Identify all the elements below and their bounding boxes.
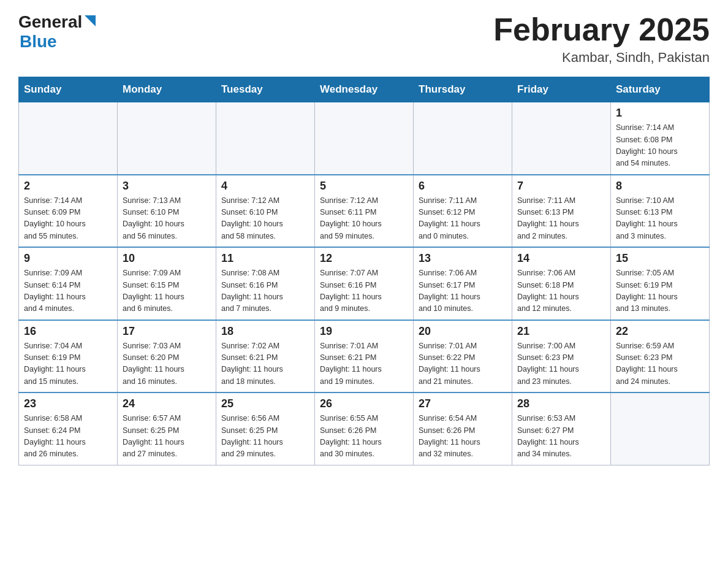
header-wednesday: Wednesday (315, 77, 414, 102)
calendar-day-cell (216, 102, 315, 175)
calendar-day-cell: 1Sunrise: 7:14 AMSunset: 6:08 PMDaylight… (611, 102, 710, 175)
calendar-day-cell: 24Sunrise: 6:57 AMSunset: 6:25 PMDayligh… (118, 393, 216, 465)
day-number: 21 (517, 325, 605, 338)
calendar-day-cell: 8Sunrise: 7:10 AMSunset: 6:13 PMDaylight… (611, 175, 710, 248)
day-info: Sunrise: 7:12 AMSunset: 6:10 PMDaylight:… (221, 195, 309, 243)
day-info: Sunrise: 7:00 AMSunset: 6:23 PMDaylight:… (517, 340, 605, 388)
day-number: 13 (419, 252, 507, 265)
day-number: 1 (616, 107, 704, 120)
day-info: Sunrise: 7:02 AMSunset: 6:21 PMDaylight:… (221, 340, 309, 388)
calendar-day-cell: 22Sunrise: 6:59 AMSunset: 6:23 PMDayligh… (611, 320, 710, 393)
day-info: Sunrise: 7:01 AMSunset: 6:21 PMDaylight:… (320, 340, 408, 388)
day-info: Sunrise: 6:54 AMSunset: 6:26 PMDaylight:… (419, 413, 507, 461)
day-info: Sunrise: 6:59 AMSunset: 6:23 PMDaylight:… (616, 340, 704, 388)
day-number: 10 (123, 252, 211, 265)
header-sunday: Sunday (19, 77, 118, 102)
day-number: 11 (221, 252, 309, 265)
day-number: 4 (221, 180, 309, 193)
calendar-day-cell: 17Sunrise: 7:03 AMSunset: 6:20 PMDayligh… (118, 320, 216, 393)
day-info: Sunrise: 7:13 AMSunset: 6:10 PMDaylight:… (123, 195, 211, 243)
calendar-week-row: 23Sunrise: 6:58 AMSunset: 6:24 PMDayligh… (19, 393, 710, 465)
calendar-day-cell: 16Sunrise: 7:04 AMSunset: 6:19 PMDayligh… (19, 320, 118, 393)
logo-triangle-icon (83, 14, 97, 28)
calendar-day-cell (611, 393, 710, 465)
calendar-day-cell: 4Sunrise: 7:12 AMSunset: 6:10 PMDaylight… (216, 175, 315, 248)
calendar-day-cell: 7Sunrise: 7:11 AMSunset: 6:13 PMDaylight… (512, 175, 611, 248)
day-number: 17 (123, 325, 211, 338)
calendar-table: Sunday Monday Tuesday Wednesday Thursday… (18, 77, 710, 465)
calendar-day-cell: 21Sunrise: 7:00 AMSunset: 6:23 PMDayligh… (512, 320, 611, 393)
calendar-day-cell: 12Sunrise: 7:07 AMSunset: 6:16 PMDayligh… (315, 247, 414, 320)
day-info: Sunrise: 7:06 AMSunset: 6:17 PMDaylight:… (419, 267, 507, 315)
calendar-header-row: Sunday Monday Tuesday Wednesday Thursday… (19, 77, 710, 102)
logo-text-blue: Blue (20, 32, 57, 51)
calendar-day-cell: 6Sunrise: 7:11 AMSunset: 6:12 PMDaylight… (414, 175, 512, 248)
day-info: Sunrise: 7:11 AMSunset: 6:12 PMDaylight:… (419, 195, 507, 243)
svg-marker-0 (85, 15, 96, 26)
calendar-day-cell: 15Sunrise: 7:05 AMSunset: 6:19 PMDayligh… (611, 247, 710, 320)
calendar-day-cell: 14Sunrise: 7:06 AMSunset: 6:18 PMDayligh… (512, 247, 611, 320)
title-block: February 2025 Kambar, Sindh, Pakistan (493, 12, 710, 66)
day-number: 6 (419, 180, 507, 193)
day-info: Sunrise: 7:14 AMSunset: 6:08 PMDaylight:… (616, 122, 704, 170)
calendar-day-cell: 28Sunrise: 6:53 AMSunset: 6:27 PMDayligh… (512, 393, 611, 465)
header-tuesday: Tuesday (216, 77, 315, 102)
calendar-day-cell (414, 102, 512, 175)
calendar-week-row: 2Sunrise: 7:14 AMSunset: 6:09 PMDaylight… (19, 175, 710, 248)
day-number: 16 (24, 325, 112, 338)
day-number: 28 (517, 397, 605, 410)
calendar-day-cell: 25Sunrise: 6:56 AMSunset: 6:25 PMDayligh… (216, 393, 315, 465)
day-info: Sunrise: 6:58 AMSunset: 6:24 PMDaylight:… (24, 413, 112, 461)
day-number: 3 (123, 180, 211, 193)
day-info: Sunrise: 7:12 AMSunset: 6:11 PMDaylight:… (320, 195, 408, 243)
day-info: Sunrise: 7:04 AMSunset: 6:19 PMDaylight:… (24, 340, 112, 388)
day-number: 2 (24, 180, 112, 193)
day-number: 5 (320, 180, 408, 193)
calendar-week-row: 16Sunrise: 7:04 AMSunset: 6:19 PMDayligh… (19, 320, 710, 393)
day-number: 14 (517, 252, 605, 265)
calendar-day-cell (512, 102, 611, 175)
calendar-day-cell: 9Sunrise: 7:09 AMSunset: 6:14 PMDaylight… (19, 247, 118, 320)
calendar-day-cell: 10Sunrise: 7:09 AMSunset: 6:15 PMDayligh… (118, 247, 216, 320)
day-number: 20 (419, 325, 507, 338)
calendar-day-cell: 18Sunrise: 7:02 AMSunset: 6:21 PMDayligh… (216, 320, 315, 393)
calendar-location: Kambar, Sindh, Pakistan (493, 50, 710, 66)
day-info: Sunrise: 7:07 AMSunset: 6:16 PMDaylight:… (320, 267, 408, 315)
day-info: Sunrise: 7:01 AMSunset: 6:22 PMDaylight:… (419, 340, 507, 388)
day-info: Sunrise: 6:57 AMSunset: 6:25 PMDaylight:… (123, 413, 211, 461)
day-info: Sunrise: 6:55 AMSunset: 6:26 PMDaylight:… (320, 413, 408, 461)
calendar-day-cell: 13Sunrise: 7:06 AMSunset: 6:17 PMDayligh… (414, 247, 512, 320)
day-info: Sunrise: 6:53 AMSunset: 6:27 PMDaylight:… (517, 413, 605, 461)
header-thursday: Thursday (414, 77, 512, 102)
calendar-week-row: 9Sunrise: 7:09 AMSunset: 6:14 PMDaylight… (19, 247, 710, 320)
day-number: 23 (24, 397, 112, 410)
day-number: 22 (616, 325, 704, 338)
day-info: Sunrise: 7:09 AMSunset: 6:15 PMDaylight:… (123, 267, 211, 315)
day-number: 24 (123, 397, 211, 410)
calendar-week-row: 1Sunrise: 7:14 AMSunset: 6:08 PMDaylight… (19, 102, 710, 175)
calendar-day-cell: 5Sunrise: 7:12 AMSunset: 6:11 PMDaylight… (315, 175, 414, 248)
day-info: Sunrise: 7:10 AMSunset: 6:13 PMDaylight:… (616, 195, 704, 243)
calendar-day-cell: 20Sunrise: 7:01 AMSunset: 6:22 PMDayligh… (414, 320, 512, 393)
day-number: 7 (517, 180, 605, 193)
day-info: Sunrise: 7:11 AMSunset: 6:13 PMDaylight:… (517, 195, 605, 243)
header-friday: Friday (512, 77, 611, 102)
day-number: 9 (24, 252, 112, 265)
calendar-day-cell: 19Sunrise: 7:01 AMSunset: 6:21 PMDayligh… (315, 320, 414, 393)
day-info: Sunrise: 7:14 AMSunset: 6:09 PMDaylight:… (24, 195, 112, 243)
day-number: 15 (616, 252, 704, 265)
calendar-day-cell (315, 102, 414, 175)
calendar-day-cell: 3Sunrise: 7:13 AMSunset: 6:10 PMDaylight… (118, 175, 216, 248)
calendar-day-cell: 23Sunrise: 6:58 AMSunset: 6:24 PMDayligh… (19, 393, 118, 465)
calendar-day-cell (19, 102, 118, 175)
calendar-day-cell: 26Sunrise: 6:55 AMSunset: 6:26 PMDayligh… (315, 393, 414, 465)
day-number: 8 (616, 180, 704, 193)
calendar-day-cell: 11Sunrise: 7:08 AMSunset: 6:16 PMDayligh… (216, 247, 315, 320)
day-info: Sunrise: 7:09 AMSunset: 6:14 PMDaylight:… (24, 267, 112, 315)
calendar-day-cell: 27Sunrise: 6:54 AMSunset: 6:26 PMDayligh… (414, 393, 512, 465)
day-number: 25 (221, 397, 309, 410)
day-info: Sunrise: 7:03 AMSunset: 6:20 PMDaylight:… (123, 340, 211, 388)
day-number: 18 (221, 325, 309, 338)
logo: General Blue (18, 12, 97, 52)
calendar-day-cell (118, 102, 216, 175)
